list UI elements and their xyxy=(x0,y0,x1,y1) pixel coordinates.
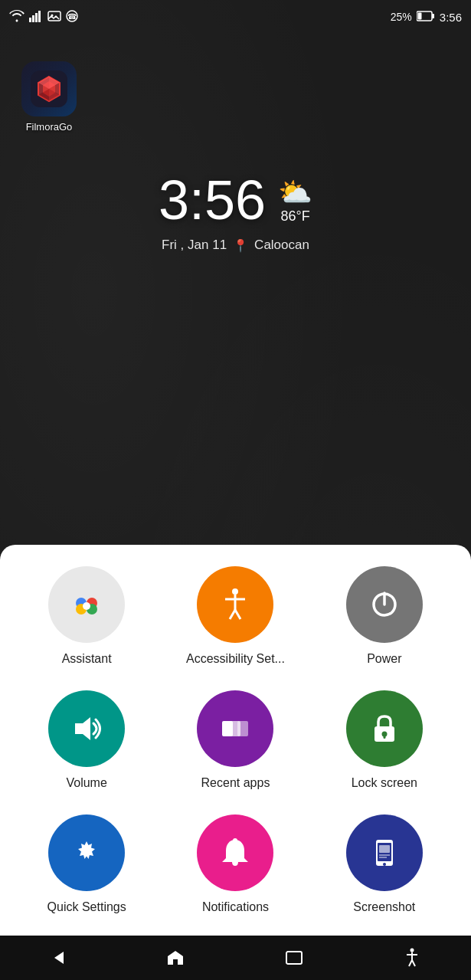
svg-rect-48 xyxy=(286,952,302,964)
filmora-label: FilmoraGo xyxy=(26,121,73,133)
assistant-circle[interactable] xyxy=(48,566,125,643)
filmora-icon[interactable] xyxy=(21,61,77,116)
svg-point-40 xyxy=(233,838,237,843)
svg-rect-1 xyxy=(32,15,34,22)
date-location-row: Fri , Jan 11 📍 Caloocan xyxy=(162,238,309,253)
phone-icon: ☎ xyxy=(66,10,78,25)
svg-point-49 xyxy=(410,949,414,952)
accessibility-icon xyxy=(216,585,254,624)
svg-marker-47 xyxy=(54,952,64,964)
accessibility-nav-button[interactable] xyxy=(395,940,429,975)
screenshot-button[interactable]: Screenshot xyxy=(323,814,446,914)
power-icon xyxy=(365,585,404,624)
lock-screen-button[interactable]: Lock screen xyxy=(323,690,446,790)
svg-rect-38 xyxy=(383,734,385,739)
bell-icon xyxy=(216,834,254,872)
accessibility-label: Accessibility Set... xyxy=(186,652,285,666)
recents-button[interactable] xyxy=(277,942,311,973)
battery-percentage: 25% xyxy=(391,11,412,23)
svg-rect-3 xyxy=(38,11,41,22)
weather-widget: ⛅ 86°F xyxy=(278,176,312,225)
signal-icon xyxy=(29,10,43,25)
svg-rect-0 xyxy=(29,18,31,22)
home-button[interactable] xyxy=(159,941,192,975)
quick-settings-circle[interactable] xyxy=(48,814,125,891)
accessibility-button[interactable]: Accessibility Set... xyxy=(174,566,296,666)
volume-icon xyxy=(67,710,106,748)
power-label: Power xyxy=(367,652,401,666)
recent-apps-circle[interactable] xyxy=(197,690,273,767)
notifications-button[interactable]: Notifications xyxy=(174,814,296,914)
screenshot-icon xyxy=(365,834,404,872)
svg-rect-9 xyxy=(432,14,434,18)
weather-temperature: 86°F xyxy=(280,208,309,225)
volume-circle[interactable] xyxy=(48,690,125,767)
assistant-icon xyxy=(68,586,105,623)
svg-point-25 xyxy=(232,588,238,595)
recent-apps-label: Recent apps xyxy=(201,776,270,790)
image-icon xyxy=(47,10,61,25)
screenshot-circle[interactable] xyxy=(346,814,423,891)
accessibility-circle[interactable] xyxy=(197,566,273,643)
grid-row-1: Assistant Accessibility Set... xyxy=(12,566,459,666)
weather-icon: ⛅ xyxy=(278,176,312,208)
location-text: Caloocan xyxy=(254,238,309,253)
date-text: Fri , Jan 11 xyxy=(162,238,227,253)
lock-screen-label: Lock screen xyxy=(352,776,417,790)
recent-apps-icon xyxy=(216,710,254,748)
screenshot-label: Screenshot xyxy=(353,900,415,914)
svg-point-43 xyxy=(383,863,386,866)
recent-apps-button[interactable]: Recent apps xyxy=(174,690,296,790)
grid-row-2: Volume Recent apps Lock scr xyxy=(12,690,459,790)
power-button[interactable]: Power xyxy=(323,566,446,666)
notifications-circle[interactable] xyxy=(197,814,273,891)
svg-line-52 xyxy=(409,960,412,966)
quick-settings-button[interactable]: Quick Settings xyxy=(25,814,148,914)
settings-icon xyxy=(67,834,106,872)
bottom-sheet: Assistant Accessibility Set... xyxy=(0,545,471,936)
volume-label: Volume xyxy=(66,776,106,790)
svg-rect-10 xyxy=(417,12,421,19)
grid-row-3: Quick Settings Notifications xyxy=(12,814,459,914)
clock-time: 3:56 xyxy=(159,169,266,231)
wifi-icon xyxy=(9,10,25,25)
volume-button[interactable]: Volume xyxy=(25,690,148,790)
svg-line-29 xyxy=(235,610,240,619)
home-icon xyxy=(166,949,185,967)
quick-settings-label: Quick Settings xyxy=(47,900,126,914)
svg-rect-44 xyxy=(379,845,390,853)
status-left-icons: ☎ xyxy=(9,10,78,25)
back-button[interactable] xyxy=(42,942,74,974)
filmora-app[interactable]: FilmoraGo xyxy=(21,61,77,133)
navigation-bar xyxy=(0,936,471,980)
location-pin-icon: 📍 xyxy=(233,238,248,253)
accessibility-nav-icon xyxy=(403,948,421,968)
status-right-info: 25% 3:56 xyxy=(391,11,462,24)
recents-icon xyxy=(285,950,303,965)
svg-text:☎: ☎ xyxy=(67,12,77,21)
clock-section: 3:56 ⛅ 86°F Fri , Jan 11 📍 Caloocan xyxy=(0,169,471,253)
notifications-label: Notifications xyxy=(202,900,269,914)
lock-screen-circle[interactable] xyxy=(346,690,423,767)
svg-line-28 xyxy=(230,610,235,619)
power-circle[interactable] xyxy=(346,566,423,643)
svg-point-24 xyxy=(83,602,90,610)
assistant-button[interactable]: Assistant xyxy=(25,566,148,666)
battery-icon xyxy=(417,11,435,24)
status-time: 3:56 xyxy=(440,11,462,24)
back-icon xyxy=(50,949,67,966)
lock-icon xyxy=(365,710,404,748)
svg-line-53 xyxy=(412,960,415,966)
status-bar: ☎ 25% 3:56 xyxy=(0,0,471,34)
assistant-label: Assistant xyxy=(62,652,112,666)
svg-rect-35 xyxy=(237,721,248,736)
svg-marker-32 xyxy=(75,717,90,740)
svg-rect-2 xyxy=(35,13,38,22)
